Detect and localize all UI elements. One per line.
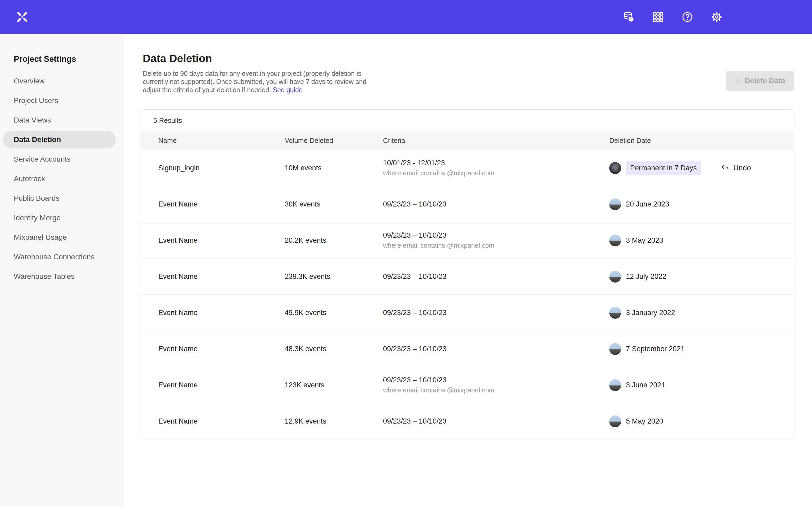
see-guide-link[interactable]: See guide (273, 86, 303, 94)
results-count: 5 Results (140, 110, 794, 131)
column-header-criteria: Criteria (383, 136, 609, 145)
criteria-cell: 09/23/23 – 10/10/23 where email contains… (383, 376, 609, 394)
event-name: Event Name (158, 200, 285, 208)
volume-deleted: 48.3K events (285, 345, 383, 353)
volume-deleted: 239.3K events (285, 273, 383, 281)
criteria-cell: 09/23/23 – 10/10/23 (383, 417, 609, 426)
volume-deleted: 20.2K events (285, 236, 383, 244)
settings-gear-icon[interactable] (711, 11, 723, 23)
criteria-filter: where email contains @mixpanel.com (383, 242, 609, 249)
criteria-range: 09/23/23 – 10/10/23 (383, 273, 609, 281)
sidebar-item-mixpanel-usage[interactable]: Mixpanel Usage (3, 229, 116, 246)
deletion-date: 3 May 2023 (626, 236, 663, 244)
mixpanel-x-icon (15, 10, 29, 24)
deletion-date-cell: 3 January 2022 (609, 307, 794, 319)
sidebar-item-identity-merge[interactable]: Identity Merge (3, 209, 116, 227)
column-header-volume-deleted: Volume Deleted (285, 136, 383, 145)
deletion-date: 20 June 2023 (626, 200, 669, 208)
deletion-date-cell: 3 May 2023 (609, 234, 794, 246)
table-row: Event Name 12.9K events 09/23/23 – 10/10… (140, 403, 794, 439)
undo-arrow-icon (720, 163, 729, 172)
page-title: Data Deletion (143, 52, 794, 65)
event-name: Event Name (158, 273, 285, 281)
event-name: Event Name (158, 345, 285, 353)
topbar-icon-group (622, 11, 723, 23)
criteria-range: 10/01/23 - 12/01/23 (383, 159, 609, 167)
sidebar-item-overview[interactable]: Overview (3, 72, 116, 90)
volume-deleted: 10M events (285, 164, 383, 172)
criteria-cell: 09/23/23 – 10/10/23 (383, 200, 609, 208)
sidebar-nav-list: Overview Project Users Data Views Data D… (0, 72, 124, 285)
criteria-range: 09/23/23 – 10/10/23 (383, 345, 609, 353)
description-line-2: currently not supported). Once submitted… (143, 78, 794, 86)
criteria-range: 09/23/23 – 10/10/23 (383, 376, 609, 384)
criteria-range: 09/23/23 – 10/10/23 (383, 309, 609, 317)
deletion-date-cell: 5 May 2020 (609, 415, 794, 427)
top-navigation-bar (0, 0, 812, 34)
criteria-range: 09/23/23 – 10/10/23 (383, 231, 609, 239)
criteria-cell: 09/23/23 – 10/10/23 (383, 309, 609, 317)
table-row: Event Name 48.3K events 09/23/23 – 10/10… (140, 331, 794, 367)
sidebar-item-warehouse-connections[interactable]: Warehouse Connections (3, 248, 116, 266)
deletion-date: 7 September 2021 (626, 345, 684, 353)
apps-grid-icon[interactable] (652, 11, 664, 23)
settings-sidebar: Project Settings Overview Project Users … (0, 34, 124, 507)
sidebar-heading: Project Settings (14, 54, 124, 64)
deletion-date: 3 June 2021 (626, 381, 665, 389)
table-row: Event Name 49.9K events 09/23/23 – 10/10… (140, 294, 794, 331)
user-avatar (609, 198, 621, 210)
sidebar-item-data-deletion[interactable]: Data Deletion (3, 131, 116, 149)
undo-label: Undo (733, 164, 751, 172)
sidebar-item-project-users[interactable]: Project Users (3, 92, 116, 109)
criteria-range: 09/23/23 – 10/10/23 (383, 200, 609, 208)
event-name: Event Name (158, 309, 285, 317)
deletion-date: 5 May 2020 (626, 417, 663, 426)
table-row: Event Name 239.3K events 09/23/23 – 10/1… (140, 258, 794, 294)
user-avatar (609, 379, 621, 391)
user-avatar (609, 162, 621, 174)
deletion-results-card: 5 Results Name Volume Deleted Criteria D… (140, 109, 794, 439)
criteria-cell: 09/23/23 – 10/10/23 where email contains… (383, 231, 609, 249)
criteria-range: 09/23/23 – 10/10/23 (383, 417, 609, 426)
undo-button[interactable]: Undo (720, 163, 751, 172)
volume-deleted: 123K events (285, 381, 383, 389)
plus-icon: + (735, 76, 741, 85)
volume-deleted: 30K events (285, 200, 383, 208)
criteria-filter: where email contains @mixpanel.com (383, 169, 609, 177)
criteria-cell: 10/01/23 - 12/01/23 where email contains… (383, 159, 609, 177)
page-description: Delete up to 90 days data for any event … (143, 69, 794, 94)
sidebar-item-warehouse-tables[interactable]: Warehouse Tables (3, 268, 116, 285)
event-name: Signup_login (158, 164, 285, 172)
deletion-date: 12 July 2022 (626, 273, 666, 281)
criteria-filter: where email contains @mixpanel.com (383, 386, 609, 394)
help-icon[interactable] (681, 11, 694, 23)
table-row: Event Name 123K events 09/23/23 – 10/10/… (140, 367, 794, 403)
user-avatar (609, 234, 621, 246)
description-line-1: Delete up to 90 days data for any event … (143, 69, 794, 78)
event-name: Event Name (158, 236, 285, 244)
table-row: Signup_login 10M events 10/01/23 - 12/01… (140, 150, 794, 186)
delete-data-button[interactable]: + Delete Data (726, 71, 794, 91)
delete-data-button-label: Delete Data (745, 76, 785, 85)
user-avatar (609, 415, 621, 427)
event-name: Event Name (158, 381, 285, 389)
permanent-status-badge: Permanent in 7 Days (626, 161, 701, 175)
deletion-date: 3 January 2022 (626, 309, 675, 317)
table-header-row: Name Volume Deleted Criteria Deletion Da… (140, 131, 794, 150)
deletion-date-cell: Permanent in 7 Days Undo (609, 161, 794, 175)
volume-deleted: 12.9K events (285, 417, 383, 426)
deletion-date-cell: 20 June 2023 (609, 198, 794, 210)
description-line-3: adjust the criteria of your deletion if … (143, 86, 794, 94)
mixpanel-logo[interactable] (15, 10, 29, 24)
event-name: Event Name (158, 417, 285, 426)
sidebar-item-autotrack[interactable]: Autotrack (3, 170, 116, 187)
deletion-date-cell: 12 July 2022 (609, 271, 794, 283)
sidebar-item-public-boards[interactable]: Public Boards (3, 189, 116, 207)
user-avatar (609, 307, 621, 319)
data-management-icon[interactable] (622, 11, 635, 23)
table-row: Event Name 30K events 09/23/23 – 10/10/2… (140, 186, 794, 222)
table-row: Event Name 20.2K events 09/23/23 – 10/10… (140, 222, 794, 258)
sidebar-item-service-accounts[interactable]: Service Accounts (3, 151, 116, 168)
volume-deleted: 49.9K events (285, 309, 383, 317)
sidebar-item-data-views[interactable]: Data Views (3, 111, 116, 129)
